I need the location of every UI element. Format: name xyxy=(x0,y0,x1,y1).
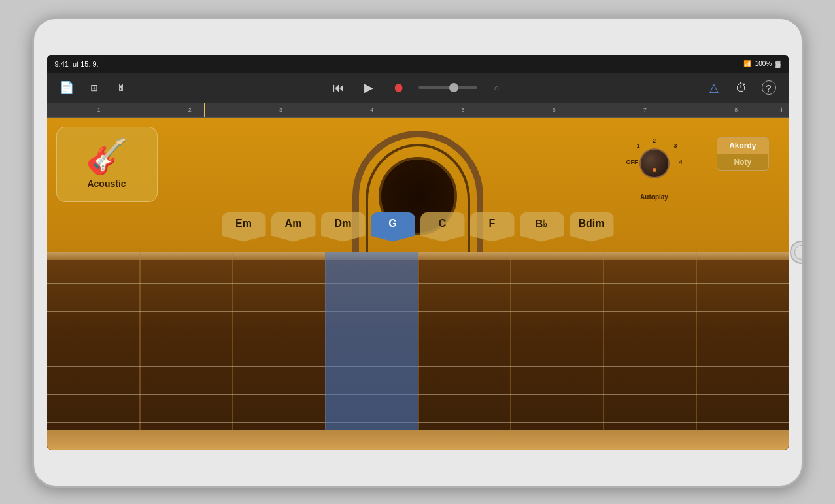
autoplay-label: Autoplay xyxy=(640,193,668,201)
chord-dm[interactable]: Dm xyxy=(321,212,366,242)
time-display: 9:41 xyxy=(55,60,69,68)
mixer-icon: 🎚 xyxy=(117,82,126,93)
sound-hole xyxy=(352,131,483,261)
fret-line-6 xyxy=(603,252,604,450)
fretboard[interactable] xyxy=(47,252,789,450)
status-left: 9:41 ut 15. 9. xyxy=(55,60,99,68)
side-button[interactable] xyxy=(32,222,34,240)
record-button[interactable]: ⏺ xyxy=(388,77,409,98)
wifi-icon: 📶 xyxy=(743,60,751,67)
tuners-bar xyxy=(47,430,789,450)
home-button[interactable] xyxy=(790,241,804,264)
tick-6: 6 xyxy=(509,107,600,113)
string-1 xyxy=(47,283,789,284)
mixer-button[interactable]: 🎚 xyxy=(111,77,132,98)
chord-am[interactable]: Am xyxy=(271,212,316,242)
chord-bdim[interactable]: Bdim xyxy=(570,212,614,242)
label-3: 3 xyxy=(673,143,677,149)
chord-g[interactable]: G xyxy=(371,212,415,242)
instrument-selector[interactable]: 🎸 Acoustic xyxy=(56,127,158,202)
label-off: OFF xyxy=(626,159,638,165)
chord-bb[interactable]: B♭ xyxy=(520,212,564,242)
toolbar: 📄 ⊞ 🎚 ⏮ ▶ ⏺ xyxy=(47,73,789,103)
battery-display: 100% xyxy=(755,60,772,67)
chords-mode-button[interactable]: Akordy xyxy=(717,137,768,154)
string-5 xyxy=(47,394,789,395)
fret-line-2 xyxy=(232,252,233,450)
string-2 xyxy=(47,311,789,312)
string-6 xyxy=(47,422,789,423)
settings-button[interactable]: ⏱ xyxy=(731,77,752,98)
tick-3: 3 xyxy=(235,107,326,113)
metronome-icon: △ xyxy=(709,80,719,95)
instrument-name: Acoustic xyxy=(87,178,126,189)
loop-icon: ○ xyxy=(494,83,500,93)
tick-7: 7 xyxy=(600,107,690,113)
chord-em[interactable]: Em xyxy=(222,212,266,242)
tracks-icon: ⊞ xyxy=(90,82,98,93)
help-button[interactable]: ? xyxy=(758,77,779,98)
play-icon: ▶ xyxy=(364,80,373,95)
play-button[interactable]: ▶ xyxy=(358,77,379,98)
new-song-icon: 📄 xyxy=(60,80,74,95)
new-song-button[interactable]: 📄 xyxy=(56,77,77,98)
label-2: 2 xyxy=(653,137,656,144)
toolbar-center: ⏮ ▶ ⏺ ○ xyxy=(328,77,507,98)
label-4: 4 xyxy=(679,159,682,165)
mode-toggle: Akordy Noty xyxy=(717,137,768,171)
tick-5: 5 xyxy=(418,107,509,113)
rewind-icon: ⏮ xyxy=(333,81,345,95)
home-button-inner xyxy=(794,245,804,260)
rewind-button[interactable]: ⏮ xyxy=(328,77,349,98)
fret-line-4 xyxy=(418,252,419,450)
loop-button[interactable]: ○ xyxy=(486,77,507,98)
string-4 xyxy=(47,366,789,367)
label-1: 1 xyxy=(637,143,640,149)
screen: 9:41 ut 15. 9. 📶 100% ▓ 📄 ⊞ 🎚 xyxy=(47,55,789,450)
toolbar-left: 📄 ⊞ 🎚 xyxy=(56,77,132,98)
string-3 xyxy=(47,339,789,340)
chords-row: Em Am Dm G C F B♭ Bdim xyxy=(47,212,789,242)
date-display: ut 15. 9. xyxy=(73,60,99,68)
ipad-frame: 9:41 ut 15. 9. 📶 100% ▓ 📄 ⊞ 🎚 xyxy=(32,17,804,488)
transport-thumb xyxy=(449,83,458,92)
main-content: 🎸 Acoustic OFF 1 2 3 4 xyxy=(47,118,789,450)
fret-line-1 xyxy=(139,252,141,450)
timeline-marks: 1 2 3 4 5 6 7 8 xyxy=(54,107,782,113)
fret-line-7 xyxy=(696,252,697,450)
transport-slider[interactable] xyxy=(418,86,477,89)
tracks-button[interactable]: ⊞ xyxy=(84,77,105,98)
settings-icon: ⏱ xyxy=(736,81,747,95)
notes-mode-button[interactable]: Noty xyxy=(717,154,768,171)
help-icon: ? xyxy=(762,80,776,95)
tick-4: 4 xyxy=(326,107,417,113)
tick-2: 2 xyxy=(145,107,235,113)
battery-icon: ▓ xyxy=(775,60,780,67)
metronome-button[interactable]: △ xyxy=(704,77,724,98)
timeline: 1 2 3 4 5 6 7 8 + xyxy=(47,103,789,118)
tick-8: 8 xyxy=(690,107,781,113)
chord-f[interactable]: F xyxy=(470,212,515,242)
chord-c[interactable]: C xyxy=(420,212,465,242)
tick-1: 1 xyxy=(54,107,145,113)
status-bar: 9:41 ut 15. 9. 📶 100% ▓ xyxy=(47,55,789,73)
knob-dot xyxy=(653,168,656,172)
record-icon: ⏺ xyxy=(393,81,405,95)
fret-line-5 xyxy=(510,252,511,450)
autoplay-knob-container: OFF 1 2 3 4 xyxy=(625,137,684,190)
autoplay-area: OFF 1 2 3 4 Autoplay xyxy=(625,137,684,201)
status-right: 📶 100% ▓ xyxy=(743,60,781,67)
sound-hole-area xyxy=(333,131,503,261)
autoplay-knob[interactable] xyxy=(639,148,670,178)
guitar-icon: 🎸 xyxy=(86,139,128,173)
active-chord-highlight xyxy=(325,252,418,450)
toolbar-right: △ ⏱ ? xyxy=(704,77,779,98)
add-track-button[interactable]: + xyxy=(779,105,784,115)
